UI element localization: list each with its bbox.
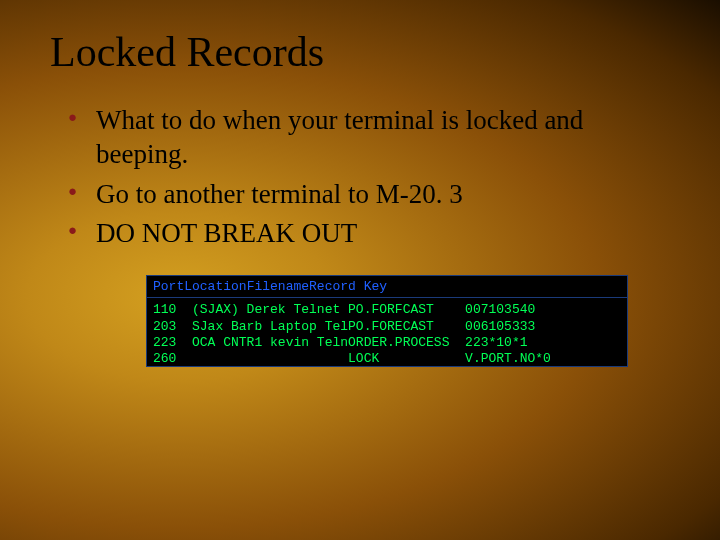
col-record-key: Record Key bbox=[309, 279, 387, 295]
terminal-row: 203 SJax Barb Laptop TelPO.FORECAST 0061… bbox=[153, 319, 621, 335]
terminal-body: 110 (SJAX) Derek Telnet PO.FORFCAST 0071… bbox=[147, 298, 627, 366]
terminal-row: 260 LOCK V.PORT.NO*0 bbox=[153, 351, 621, 366]
col-filename: Filename bbox=[247, 279, 309, 295]
terminal-row: 223 OCA CNTR1 kevin TelnORDER.PROCESS 22… bbox=[153, 335, 621, 351]
slide: Locked Records What to do when your term… bbox=[0, 0, 720, 367]
terminal-header-row: Port Location Filename Record Key bbox=[147, 276, 627, 298]
bullet-item: What to do when your terminal is locked … bbox=[68, 104, 670, 172]
bullet-item: DO NOT BREAK OUT bbox=[68, 217, 670, 251]
bullet-item: Go to another terminal to M-20. 3 bbox=[68, 178, 670, 212]
terminal-screenshot: Port Location Filename Record Key 110 (S… bbox=[146, 275, 628, 367]
terminal-row: 110 (SJAX) Derek Telnet PO.FORFCAST 0071… bbox=[153, 302, 621, 318]
col-location: Location bbox=[184, 279, 246, 295]
bullet-list: What to do when your terminal is locked … bbox=[50, 104, 670, 251]
slide-title: Locked Records bbox=[50, 28, 670, 76]
col-port: Port bbox=[153, 279, 184, 295]
